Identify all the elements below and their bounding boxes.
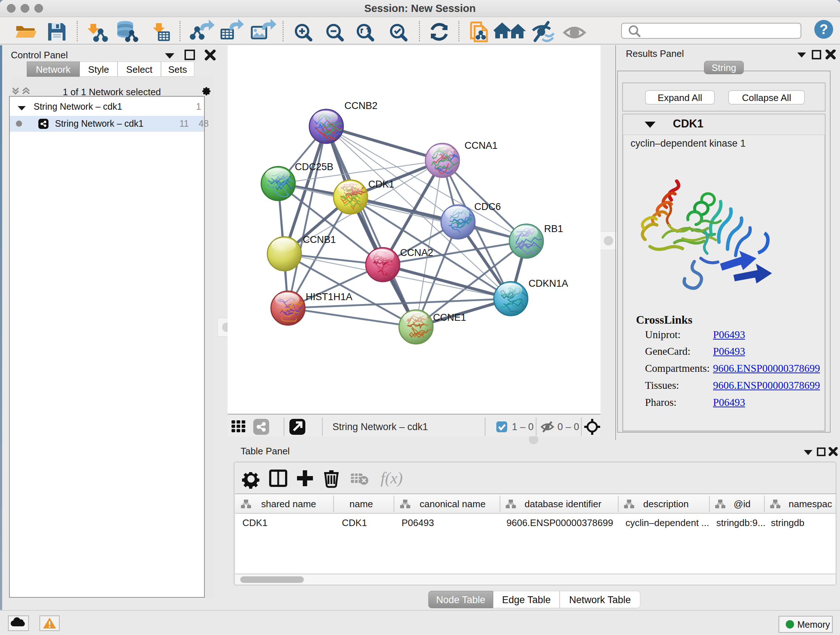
- svg-text:name: name: [349, 499, 373, 509]
- svg-text:f(x): f(x): [381, 469, 403, 487]
- svg-text:CDK1: CDK1: [368, 179, 394, 190]
- svg-text:CCNA2: CCNA2: [400, 247, 433, 258]
- svg-text:CCNB2: CCNB2: [344, 100, 378, 111]
- svg-text:CCNE1: CCNE1: [433, 312, 466, 323]
- svg-text:namespac: namespac: [789, 499, 832, 509]
- svg-text:CDKN1A: CDKN1A: [529, 278, 568, 289]
- svg-text:1 – 0: 1 – 0: [512, 421, 534, 432]
- svg-text:?: ?: [819, 22, 828, 37]
- svg-text:description: description: [643, 499, 689, 509]
- svg-text:String Network – cdk1: String Network – cdk1: [332, 421, 428, 432]
- svg-text:RB1: RB1: [544, 223, 563, 234]
- svg-text:canonical name: canonical name: [420, 499, 485, 509]
- svg-text:CCNA1: CCNA1: [464, 140, 498, 151]
- svg-text:shared name: shared name: [261, 499, 316, 509]
- svg-text:CDC25B: CDC25B: [295, 162, 333, 172]
- svg-text:@id: @id: [734, 499, 751, 509]
- svg-text:0 – 0: 0 – 0: [557, 421, 579, 432]
- svg-text:HIST1H1A: HIST1H1A: [306, 291, 352, 302]
- svg-text:CDC6: CDC6: [474, 201, 501, 212]
- svg-text:database identifier: database identifier: [524, 499, 602, 509]
- svg-text:CCNB1: CCNB1: [303, 234, 336, 245]
